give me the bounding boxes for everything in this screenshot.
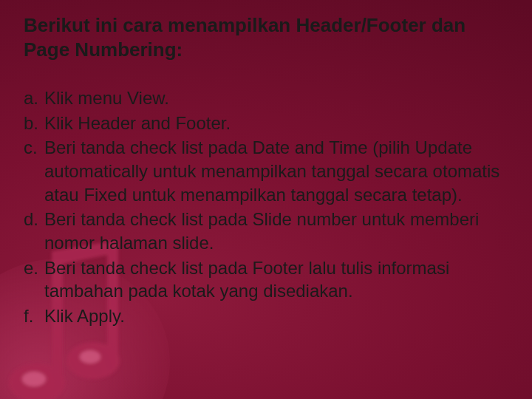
item-text: Klik Header and Footer. bbox=[44, 112, 510, 135]
item-text: Klik menu View. bbox=[44, 86, 510, 110]
item-marker: f. bbox=[24, 304, 44, 328]
list-item: c. Beri tanda check list pada Date and T… bbox=[24, 136, 510, 206]
list-item: f. Klik Apply. bbox=[24, 304, 510, 328]
instruction-list: a. Klik menu View. b. Klik Header and Fo… bbox=[22, 86, 510, 328]
item-marker: d. bbox=[24, 208, 44, 254]
item-marker: e. bbox=[24, 256, 44, 303]
list-item: a. Klik menu View. bbox=[24, 86, 510, 110]
list-item: b. Klik Header and Footer. bbox=[24, 112, 510, 135]
list-item: d. Beri tanda check list pada Slide numb… bbox=[24, 208, 510, 254]
list-item: e. Beri tanda check list pada Footer lal… bbox=[24, 256, 510, 303]
item-text: Beri tanda check list pada Date and Time… bbox=[44, 136, 510, 206]
slide-content: Berikut ini cara menampilkan Header/Foot… bbox=[0, 0, 532, 344]
svg-point-3 bbox=[22, 372, 46, 386]
slide-title: Berikut ini cara menampilkan Header/Foot… bbox=[22, 13, 510, 61]
item-marker: b. bbox=[24, 112, 44, 135]
item-marker: c. bbox=[24, 136, 44, 206]
svg-point-4 bbox=[80, 350, 100, 364]
item-marker: a. bbox=[24, 86, 44, 110]
item-text: Beri tanda check list pada Slide number … bbox=[44, 208, 510, 254]
item-text: Beri tanda check list pada Footer lalu t… bbox=[44, 256, 510, 303]
item-text: Klik Apply. bbox=[44, 304, 510, 328]
